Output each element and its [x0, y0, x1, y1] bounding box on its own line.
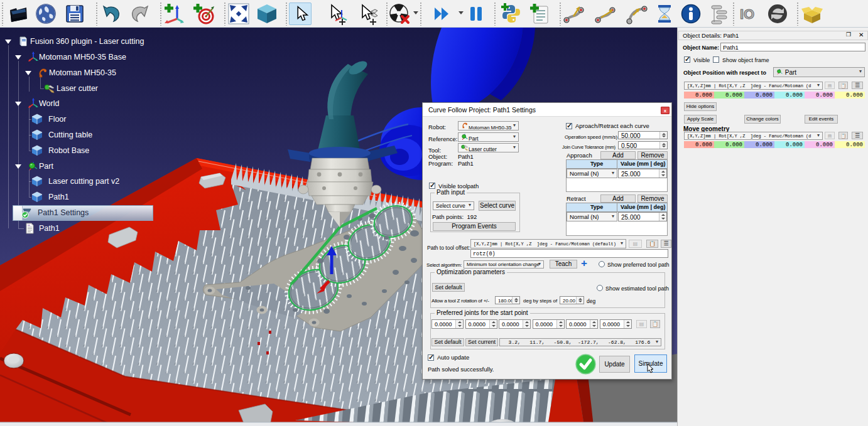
- svg-text:IO: IO: [740, 6, 754, 22]
